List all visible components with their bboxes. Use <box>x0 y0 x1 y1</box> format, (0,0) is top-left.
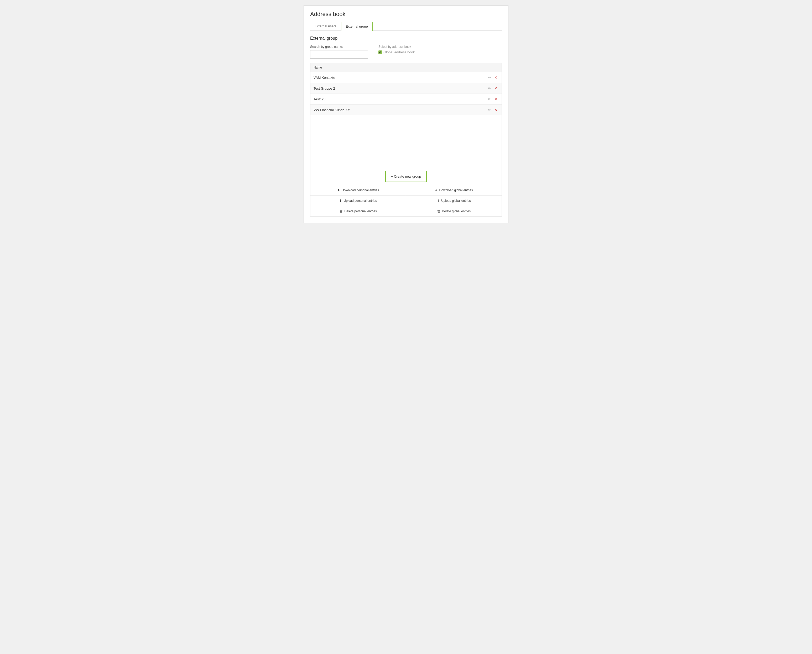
search-label: Search by group name: <box>310 45 368 49</box>
search-input[interactable] <box>310 50 368 59</box>
delete-global-icon <box>437 209 440 213</box>
table-header-row: Name <box>310 63 502 72</box>
upload-personal-label: Upload personal entries <box>344 199 377 203</box>
groups-table-container: Name VAM Kontakte ✏ ✕ <box>310 63 502 185</box>
table-body: VAM Kontakte ✏ ✕ Test Gruppe 2 ✏ <box>310 72 502 115</box>
delete-button-1[interactable]: ✕ <box>493 75 498 80</box>
col-actions <box>483 63 502 72</box>
section-title: External group <box>310 36 502 41</box>
download-global-button[interactable]: Download global entries <box>406 185 502 196</box>
upload-global-button[interactable]: Upload global entries <box>406 196 502 206</box>
delete-global-button[interactable]: Delete global entries <box>406 206 502 216</box>
address-book-filter-group: Select by address book Global address bo… <box>379 45 415 54</box>
table-row: Test123 ✏ ✕ <box>310 94 502 105</box>
delete-button-2[interactable]: ✕ <box>493 86 498 91</box>
group-name-1: VAM Kontakte <box>310 72 483 83</box>
delete-personal-label: Delete personal entries <box>344 209 377 213</box>
actions-cell-1: ✏ ✕ <box>483 72 502 83</box>
tabs-bar: External users External group <box>310 22 502 31</box>
table-row: VAM Kontakte ✏ ✕ <box>310 72 502 83</box>
create-new-group-button[interactable]: + Create new group <box>385 171 427 182</box>
x-icon: ✕ <box>494 97 498 101</box>
edit-button-2[interactable]: ✏ <box>487 86 492 91</box>
pencil-icon: ✏ <box>488 75 491 79</box>
action-buttons-grid: Download personal entries Download globa… <box>310 185 502 217</box>
delete-personal-icon <box>339 209 343 213</box>
upload-global-label: Upload global entries <box>441 199 471 203</box>
x-icon: ✕ <box>494 108 498 112</box>
download-personal-label: Download personal entries <box>342 188 379 192</box>
tab-external-users[interactable]: External users <box>310 22 341 31</box>
edit-button-3[interactable]: ✏ <box>487 97 492 101</box>
pencil-icon: ✏ <box>488 86 491 90</box>
col-name: Name <box>310 63 483 72</box>
group-name-2: Test Gruppe 2 <box>310 83 483 94</box>
global-address-book-row: Global address book <box>379 50 415 54</box>
filter-label: Select by address book <box>379 45 415 49</box>
delete-button-4[interactable]: ✕ <box>493 107 498 112</box>
global-address-book-checkbox[interactable] <box>379 50 382 54</box>
delete-personal-button[interactable]: Delete personal entries <box>310 206 406 216</box>
x-icon: ✕ <box>494 75 498 79</box>
upload-personal-button[interactable]: Upload personal entries <box>310 196 406 206</box>
empty-space <box>310 115 502 168</box>
upload-global-icon <box>437 199 440 203</box>
download-personal-button[interactable]: Download personal entries <box>310 185 406 196</box>
table-row: Test Gruppe 2 ✏ ✕ <box>310 83 502 94</box>
actions-cell-4: ✏ ✕ <box>483 105 502 115</box>
actions-cell-2: ✏ ✕ <box>483 83 502 94</box>
group-name-4: VW Financial Kunde XY <box>310 105 483 115</box>
search-group: Search by group name: <box>310 45 368 59</box>
filter-row: Search by group name: Select by address … <box>310 45 502 59</box>
group-name-3: Test123 <box>310 94 483 105</box>
download-global-icon <box>435 188 438 192</box>
download-global-label: Download global entries <box>439 188 473 192</box>
table-row: VW Financial Kunde XY ✏ ✕ <box>310 105 502 115</box>
tab-external-group[interactable]: External group <box>341 22 372 31</box>
groups-table: Name VAM Kontakte ✏ ✕ <box>310 63 502 115</box>
edit-button-4[interactable]: ✏ <box>487 107 492 112</box>
create-row: + Create new group <box>310 168 502 185</box>
pencil-icon: ✏ <box>488 97 491 101</box>
download-personal-icon <box>337 188 340 192</box>
x-icon: ✕ <box>494 86 498 90</box>
delete-button-3[interactable]: ✕ <box>493 97 498 101</box>
upload-personal-icon <box>339 199 342 203</box>
delete-global-label: Delete global entries <box>442 209 471 213</box>
global-address-book-label: Global address book <box>383 50 415 54</box>
pencil-icon: ✏ <box>488 108 491 112</box>
page-title: Address book <box>310 11 502 18</box>
page-container: Address book External users External gro… <box>304 5 508 223</box>
actions-cell-3: ✏ ✕ <box>483 94 502 105</box>
edit-button-1[interactable]: ✏ <box>487 75 492 80</box>
